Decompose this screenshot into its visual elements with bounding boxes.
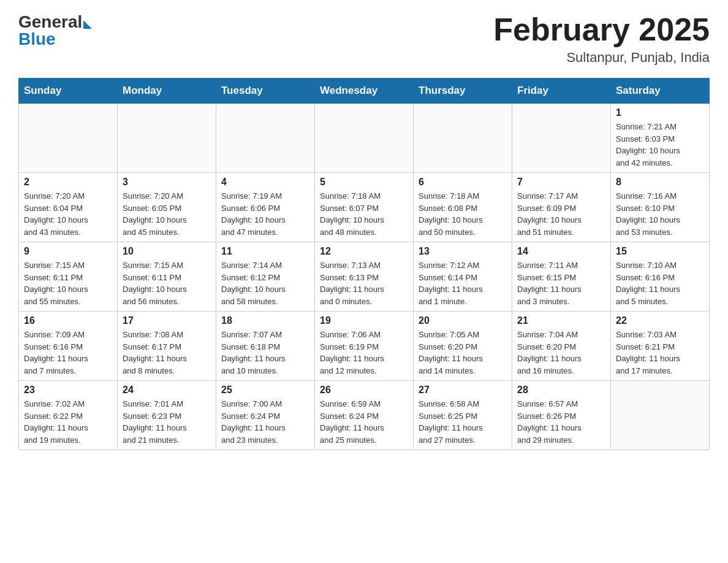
day-number: 17 [123,315,211,326]
calendar-cell: 7Sunrise: 7:17 AM Sunset: 6:09 PM Daylig… [512,173,611,242]
day-number: 6 [419,177,507,188]
calendar-cell: 18Sunrise: 7:07 AM Sunset: 6:18 PM Dayli… [216,312,315,381]
calendar-cell: 2Sunrise: 7:20 AM Sunset: 6:04 PM Daylig… [19,173,118,242]
day-info: Sunrise: 7:15 AM Sunset: 6:11 PM Dayligh… [123,259,211,307]
calendar-cell: 3Sunrise: 7:20 AM Sunset: 6:05 PM Daylig… [118,173,216,242]
day-info: Sunrise: 6:58 AM Sunset: 6:25 PM Dayligh… [419,398,507,446]
day-info: Sunrise: 7:08 AM Sunset: 6:17 PM Dayligh… [123,329,211,377]
day-number: 20 [419,315,507,326]
weekday-sunday: Sunday [19,79,118,104]
title-block: February 2025 Sultanpur, Punjab, India [493,12,710,66]
day-info: Sunrise: 7:04 AM Sunset: 6:20 PM Dayligh… [517,329,605,377]
day-info: Sunrise: 7:18 AM Sunset: 6:08 PM Dayligh… [419,190,507,238]
day-number: 12 [320,246,408,257]
calendar-header: SundayMondayTuesdayWednesdayThursdayFrid… [19,79,710,104]
calendar-cell: 26Sunrise: 6:59 AM Sunset: 6:24 PM Dayli… [315,381,414,450]
page-header: General Blue February 2025 Sultanpur, Pu… [18,12,710,66]
day-number: 4 [221,177,309,188]
day-number: 7 [517,177,605,188]
calendar-week-3: 9Sunrise: 7:15 AM Sunset: 6:11 PM Daylig… [19,242,710,312]
day-info: Sunrise: 6:57 AM Sunset: 6:26 PM Dayligh… [517,398,605,446]
calendar-cell: 6Sunrise: 7:18 AM Sunset: 6:08 PM Daylig… [414,173,512,242]
calendar-cell: 21Sunrise: 7:04 AM Sunset: 6:20 PM Dayli… [512,312,611,381]
day-info: Sunrise: 7:18 AM Sunset: 6:07 PM Dayligh… [320,190,408,238]
day-info: Sunrise: 7:21 AM Sunset: 6:03 PM Dayligh… [616,121,704,169]
logo: General Blue [18,12,92,49]
day-info: Sunrise: 7:00 AM Sunset: 6:24 PM Dayligh… [221,398,309,446]
day-info: Sunrise: 7:19 AM Sunset: 6:06 PM Dayligh… [221,190,309,238]
day-number: 18 [221,315,309,326]
day-info: Sunrise: 7:03 AM Sunset: 6:21 PM Dayligh… [616,329,704,377]
calendar-cell [216,104,315,173]
day-info: Sunrise: 7:02 AM Sunset: 6:22 PM Dayligh… [24,398,112,446]
day-number: 1 [616,107,704,118]
day-info: Sunrise: 7:16 AM Sunset: 6:10 PM Dayligh… [616,190,704,238]
day-number: 24 [123,385,211,396]
day-number: 21 [517,315,605,326]
calendar-cell [512,104,611,173]
day-number: 2 [24,177,112,188]
day-number: 9 [24,246,112,257]
weekday-saturday: Saturday [611,79,710,104]
day-info: Sunrise: 7:17 AM Sunset: 6:09 PM Dayligh… [517,190,605,238]
day-info: Sunrise: 7:01 AM Sunset: 6:23 PM Dayligh… [123,398,211,446]
calendar-cell: 23Sunrise: 7:02 AM Sunset: 6:22 PM Dayli… [19,381,118,450]
calendar-cell: 27Sunrise: 6:58 AM Sunset: 6:25 PM Dayli… [414,381,512,450]
day-number: 14 [517,246,605,257]
weekday-wednesday: Wednesday [315,79,414,104]
calendar-cell [315,104,414,173]
logo-arrow-icon [83,20,92,29]
day-number: 28 [517,385,605,396]
day-number: 27 [419,385,507,396]
calendar-cell [611,381,710,450]
day-number: 25 [221,385,309,396]
calendar-cell: 17Sunrise: 7:08 AM Sunset: 6:17 PM Dayli… [118,312,216,381]
calendar-table: SundayMondayTuesdayWednesdayThursdayFrid… [18,78,710,450]
day-number: 26 [320,385,408,396]
day-info: Sunrise: 7:05 AM Sunset: 6:20 PM Dayligh… [419,329,507,377]
calendar-cell: 14Sunrise: 7:11 AM Sunset: 6:15 PM Dayli… [512,242,611,312]
day-number: 10 [123,246,211,257]
calendar-cell: 22Sunrise: 7:03 AM Sunset: 6:21 PM Dayli… [611,312,710,381]
calendar-body: 1Sunrise: 7:21 AM Sunset: 6:03 PM Daylig… [19,104,710,450]
calendar-cell: 9Sunrise: 7:15 AM Sunset: 6:11 PM Daylig… [19,242,118,312]
weekday-tuesday: Tuesday [216,79,315,104]
day-info: Sunrise: 7:10 AM Sunset: 6:16 PM Dayligh… [616,259,704,307]
day-number: 16 [24,315,112,326]
day-info: Sunrise: 7:20 AM Sunset: 6:05 PM Dayligh… [123,190,211,238]
day-info: Sunrise: 7:06 AM Sunset: 6:19 PM Dayligh… [320,329,408,377]
logo-blue-text: Blue [18,29,56,49]
calendar-cell: 12Sunrise: 7:13 AM Sunset: 6:13 PM Dayli… [315,242,414,312]
calendar-cell [19,104,118,173]
calendar-cell: 24Sunrise: 7:01 AM Sunset: 6:23 PM Dayli… [118,381,216,450]
day-info: Sunrise: 7:12 AM Sunset: 6:14 PM Dayligh… [419,259,507,307]
weekday-header-row: SundayMondayTuesdayWednesdayThursdayFrid… [19,79,710,104]
calendar-cell: 28Sunrise: 6:57 AM Sunset: 6:26 PM Dayli… [512,381,611,450]
day-number: 19 [320,315,408,326]
day-info: Sunrise: 6:59 AM Sunset: 6:24 PM Dayligh… [320,398,408,446]
calendar-week-2: 2Sunrise: 7:20 AM Sunset: 6:04 PM Daylig… [19,173,710,242]
day-number: 8 [616,177,704,188]
calendar-cell: 5Sunrise: 7:18 AM Sunset: 6:07 PM Daylig… [315,173,414,242]
day-number: 22 [616,315,704,326]
calendar-cell: 11Sunrise: 7:14 AM Sunset: 6:12 PM Dayli… [216,242,315,312]
day-number: 23 [24,385,112,396]
location: Sultanpur, Punjab, India [493,50,710,66]
calendar-cell: 10Sunrise: 7:15 AM Sunset: 6:11 PM Dayli… [118,242,216,312]
calendar-week-5: 23Sunrise: 7:02 AM Sunset: 6:22 PM Dayli… [19,381,710,450]
day-info: Sunrise: 7:07 AM Sunset: 6:18 PM Dayligh… [221,329,309,377]
calendar-cell: 25Sunrise: 7:00 AM Sunset: 6:24 PM Dayli… [216,381,315,450]
calendar-cell [414,104,512,173]
day-number: 3 [123,177,211,188]
calendar-cell: 4Sunrise: 7:19 AM Sunset: 6:06 PM Daylig… [216,173,315,242]
calendar-cell: 15Sunrise: 7:10 AM Sunset: 6:16 PM Dayli… [611,242,710,312]
day-number: 13 [419,246,507,257]
calendar-cell: 16Sunrise: 7:09 AM Sunset: 6:16 PM Dayli… [19,312,118,381]
weekday-thursday: Thursday [414,79,512,104]
day-info: Sunrise: 7:11 AM Sunset: 6:15 PM Dayligh… [517,259,605,307]
day-info: Sunrise: 7:09 AM Sunset: 6:16 PM Dayligh… [24,329,112,377]
day-number: 5 [320,177,408,188]
calendar-cell: 8Sunrise: 7:16 AM Sunset: 6:10 PM Daylig… [611,173,710,242]
weekday-friday: Friday [512,79,611,104]
calendar-week-1: 1Sunrise: 7:21 AM Sunset: 6:03 PM Daylig… [19,104,710,173]
